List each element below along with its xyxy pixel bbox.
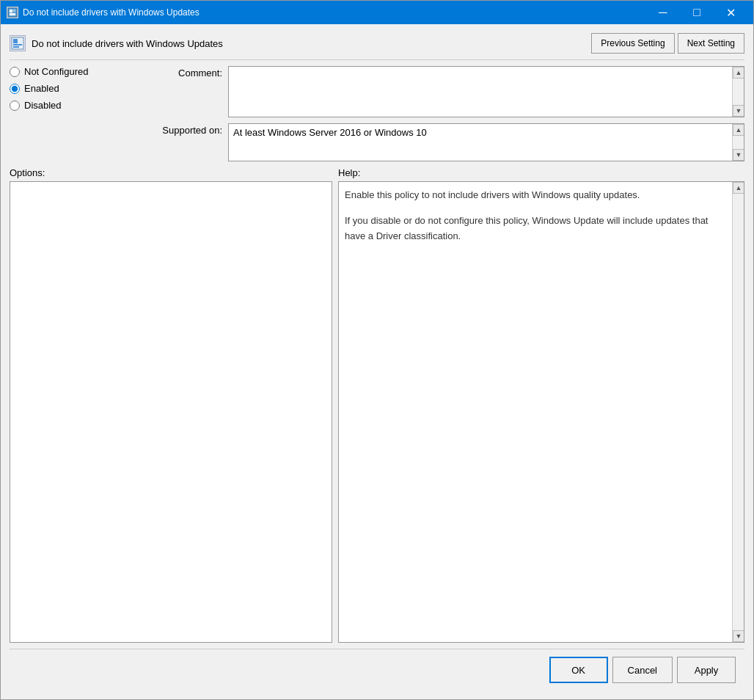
- maximize-button[interactable]: □: [680, 1, 714, 24]
- dialog-content: Do not include drivers with Windows Upda…: [1, 24, 753, 699]
- radio-not-configured-input[interactable]: [10, 67, 20, 77]
- comment-label: Comment:: [142, 66, 222, 79]
- cancel-button[interactable]: Cancel: [612, 657, 673, 683]
- minimize-button[interactable]: ─: [646, 1, 680, 24]
- comment-row: Comment: ▲ ▼: [142, 66, 744, 117]
- radio-not-configured-label: Not Configured: [24, 66, 88, 77]
- help-scroll-up[interactable]: ▲: [733, 182, 744, 194]
- panels-row: Options: Help: Enable this policy to not…: [10, 167, 744, 643]
- header-title: Do not include drivers with Windows Upda…: [32, 38, 223, 49]
- apply-button[interactable]: Apply: [677, 657, 736, 683]
- options-section: Options:: [10, 167, 332, 643]
- svg-rect-2: [13, 10, 15, 12]
- comment-scroll-up[interactable]: ▲: [733, 67, 744, 79]
- main-window: Do not include drivers with Windows Upda…: [0, 0, 754, 700]
- options-title: Options:: [10, 167, 332, 178]
- comment-scrollbar: ▲ ▼: [732, 67, 744, 117]
- header-buttons: Previous Setting Next Setting: [591, 33, 744, 54]
- svg-rect-3: [10, 13, 15, 15]
- supported-row: Supported on: At least Windows Server 20…: [142, 123, 744, 161]
- supported-scroll-track: [733, 136, 744, 149]
- comment-input[interactable]: [229, 67, 732, 117]
- supported-scroll-down[interactable]: ▼: [733, 149, 744, 161]
- radio-enabled[interactable]: Enabled: [10, 83, 142, 94]
- help-scroll-track: [733, 194, 744, 630]
- bottom-bar: OK Cancel Apply: [10, 649, 744, 690]
- radio-not-configured[interactable]: Not Configured: [10, 66, 142, 77]
- fields-column: Comment: ▲ ▼ Supported on: At least: [142, 66, 744, 161]
- help-title: Help:: [338, 167, 744, 178]
- radio-enabled-label: Enabled: [24, 83, 59, 94]
- supported-scrollbar: ▲ ▼: [732, 124, 744, 161]
- radio-disabled[interactable]: Disabled: [10, 100, 142, 111]
- help-content: Enable this policy to not include driver…: [338, 181, 744, 643]
- header-left: Do not include drivers with Windows Upda…: [10, 35, 223, 51]
- header-row: Do not include drivers with Windows Upda…: [10, 33, 744, 60]
- ok-button[interactable]: OK: [549, 657, 608, 683]
- comment-container: ▲ ▼: [228, 66, 744, 117]
- supported-container: At least Windows Server 2016 or Windows …: [228, 123, 744, 161]
- supported-value: At least Windows Server 2016 or Windows …: [229, 124, 732, 161]
- svg-rect-5: [13, 39, 18, 43]
- radio-enabled-input[interactable]: [10, 84, 20, 94]
- radio-disabled-label: Disabled: [24, 100, 62, 111]
- help-section: Help: Enable this policy to not include …: [338, 167, 744, 643]
- comment-scroll-down[interactable]: ▼: [733, 105, 744, 117]
- comment-scroll-track: [733, 79, 744, 105]
- options-content: [10, 181, 332, 643]
- radio-disabled-input[interactable]: [10, 101, 20, 111]
- svg-rect-7: [13, 46, 19, 48]
- policy-icon: [10, 35, 26, 51]
- window-icon: [7, 7, 18, 18]
- supported-label: Supported on:: [142, 123, 222, 136]
- top-section: Not Configured Enabled Disabled Comment:: [10, 66, 744, 161]
- title-bar-controls: ─ □ ✕: [646, 1, 747, 24]
- svg-rect-1: [10, 10, 12, 12]
- help-scrollbar: ▲ ▼: [732, 182, 744, 642]
- help-paragraph-2: If you disable or do not configure this …: [345, 214, 726, 244]
- help-text: Enable this policy to not include driver…: [339, 182, 732, 642]
- radio-column: Not Configured Enabled Disabled: [10, 66, 142, 161]
- next-setting-button[interactable]: Next Setting: [678, 33, 744, 54]
- previous-setting-button[interactable]: Previous Setting: [591, 33, 674, 54]
- help-scroll-down[interactable]: ▼: [733, 630, 744, 642]
- svg-rect-6: [13, 44, 22, 45]
- title-bar-text: Do not include drivers with Windows Upda…: [23, 7, 646, 18]
- help-paragraph-1: Enable this policy to not include driver…: [345, 188, 726, 203]
- supported-scroll-up[interactable]: ▲: [733, 124, 744, 136]
- close-button[interactable]: ✕: [714, 1, 747, 24]
- title-bar: Do not include drivers with Windows Upda…: [1, 1, 753, 24]
